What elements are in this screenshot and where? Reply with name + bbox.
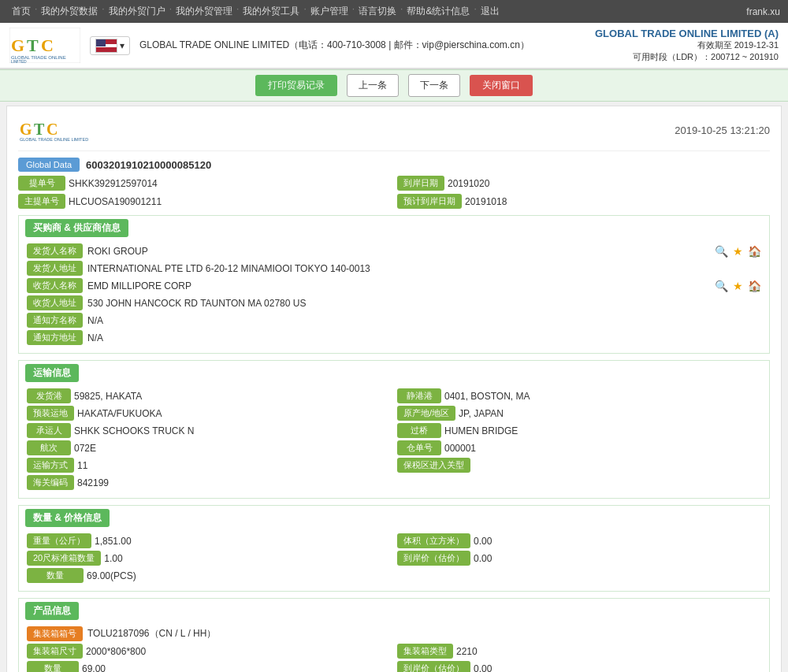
biaozhun-label: 20尺标准箱数量 <box>27 551 101 566</box>
nav-mydata[interactable]: 我的外贸数据 <box>37 3 102 20</box>
fasong-name-row: 发货人名称 ROKI GROUP 🔍 ★ 🏠 <box>27 243 761 258</box>
jizhuanghao-value: TOLU2187096（CN / L / HH） <box>87 627 216 640</box>
buyer-supplier-content: 发货人名称 ROKI GROUP 🔍 ★ 🏠 发货人地址 INTERNATION… <box>19 240 769 353</box>
tongzhi-addr-value: N/A <box>87 332 103 343</box>
fasong-addr-label: 发货人地址 <box>27 261 83 276</box>
tiji-value: 0.00 <box>474 536 492 547</box>
qp-row1: 重量（公斤） 1,851.00 体积（立方米） 0.00 <box>27 533 761 548</box>
nav-links: 首页 · 我的外贸数据 · 我的外贸门户 · 我的外贸管理 · 我的外贸工具 ·… <box>8 3 504 20</box>
cangku-value: 000001 <box>444 443 476 454</box>
shouhuo-addr-value: 530 JOHN HANCOCK RD TAUNTON MA 02780 US <box>87 298 306 309</box>
quantity-price-content: 重量（公斤） 1,851.00 体积（立方米） 0.00 20尺标准箱数量 1.… <box>19 530 769 591</box>
daojia-qp-label: 到岸价（估价） <box>397 551 470 566</box>
tidan-row: 提单号 SHKK392912597014 到岸日期 20191020 <box>18 176 770 191</box>
zhongliang-value: 1,851.00 <box>95 536 132 547</box>
transport-row3: 承运人 SHKK SCHOOKS TRUCK N 过桥 HUMEN BRIDGE <box>27 423 761 438</box>
header-right: GLOBAL TRADE ONLINE LIMITED (A) 有效期至 201… <box>595 28 779 63</box>
transport-row1: 发货港 59825, HAKATA 静港港 0401, BOSTON, MA <box>27 388 761 403</box>
star-icon-fasong[interactable]: ★ <box>733 245 743 258</box>
jizhuangchicun-value: 2000*806*800 <box>86 646 146 657</box>
yuji-value: 20191018 <box>465 196 507 207</box>
nav-help[interactable]: 帮助&统计信息 <box>403 3 474 20</box>
cangku-label: 仓单号 <box>397 440 441 455</box>
fasong-addr-row: 发货人地址 INTERNATIONAL PTE LTD 6-20-12 MINA… <box>27 261 761 276</box>
chengyun-value: SHKK SCHOOKS TRUCK N <box>74 425 194 436</box>
shouhuo-name-row: 收货人名称 EMD MILLIPORE CORP 🔍 ★ 🏠 <box>27 278 761 293</box>
home-icon-fasong[interactable]: 🏠 <box>748 245 761 258</box>
company-name-header: GLOBAL TRADE ONLINE LIMITED (A) <box>595 28 779 39</box>
prev-button[interactable]: 上一条 <box>347 74 399 97</box>
transport-title: 运输信息 <box>25 364 79 382</box>
yunshufangshi-label: 运输方式 <box>27 458 74 473</box>
jizhuangleixing-label: 集装箱类型 <box>397 644 453 659</box>
shouhuo-addr-row: 收货人地址 530 JOHN HANCOCK RD TAUNTON MA 027… <box>27 295 761 310</box>
daoan-value: 20191020 <box>448 178 489 189</box>
jizhuanghao-label: 集装箱箱号 <box>27 626 83 641</box>
jizhuangleixing-value: 2210 <box>456 646 478 657</box>
buyer-supplier-title: 买购商 & 供应商信息 <box>25 219 128 237</box>
global-data-row: Global Data 6003201910210000085120 <box>18 158 770 172</box>
transport-content: 发货港 59825, HAKATA 静港港 0401, BOSTON, MA 预… <box>19 385 769 498</box>
nav-logout[interactable]: 退出 <box>477 3 504 20</box>
yuji-cell: 预计到岸日期 20191018 <box>397 194 770 209</box>
flag-selector[interactable]: ▾ <box>90 36 130 55</box>
transport-row2: 预装运地 HAKATA/FUKUOKA 原产地/地区 JP, JAPAN <box>27 406 761 421</box>
product-section: 产品信息 集装箱箱号 TOLU2187096（CN / L / HH） 集装箱尺… <box>18 598 770 672</box>
daojia-qp-value: 0.00 <box>474 553 492 564</box>
print-button[interactable]: 打印贸易记录 <box>255 75 337 96</box>
search-icon-fasong[interactable]: 🔍 <box>715 245 728 258</box>
product-title: 产品信息 <box>25 602 79 620</box>
haiguan-value: 842199 <box>77 477 109 488</box>
close-button-top[interactable]: 关闭窗口 <box>470 75 533 96</box>
fasong-name-label: 发货人名称 <box>27 243 83 258</box>
shouhuo-name-value: EMD MILLIPORE CORP <box>87 280 710 291</box>
nav-portal[interactable]: 我的外贸门户 <box>105 3 169 20</box>
daoan-cell: 到岸日期 20191020 <box>397 176 770 191</box>
ldr: 可用时段（LDR）：200712 ~ 201910 <box>595 51 779 63</box>
transport-section: 运输信息 发货港 59825, HAKATA 静港港 0401, BOSTON,… <box>18 360 770 499</box>
yuzhuang-label: 预装运地 <box>27 406 74 421</box>
tongzhi-addr-row: 通知方地址 N/A <box>27 330 761 345</box>
username: frank.xu <box>746 6 780 17</box>
yuji-label: 预计到岸日期 <box>397 194 462 209</box>
guoqiao-value: HUMEN BRIDGE <box>444 425 518 436</box>
header: G T C GLOBAL TRADE ONLINE LIMITED ▾ GLOB… <box>0 23 788 69</box>
next-button[interactable]: 下一条 <box>408 74 460 97</box>
validity: 有效期至 2019-12-31 <box>595 39 779 51</box>
daoan-label: 到岸日期 <box>397 176 444 191</box>
tidan-value: SHKK392912597014 <box>69 178 158 189</box>
chengyun-label: 承运人 <box>27 423 71 438</box>
nav-manage[interactable]: 我的外贸管理 <box>172 3 236 20</box>
search-icon-shouhuo[interactable]: 🔍 <box>715 280 728 292</box>
tongzhi-name-row: 通知方名称 N/A <box>27 313 761 328</box>
product-shuliang-label: 数量 <box>27 661 79 672</box>
main-content: G T C GLOBAL TRADE ONLINE LIMITED 2019-1… <box>6 106 782 672</box>
nav-tools[interactable]: 我的外贸工具 <box>239 3 303 20</box>
star-icon-shouhuo[interactable]: ★ <box>733 280 743 292</box>
transport-row6: 海关编码 842199 <box>27 475 761 490</box>
svg-text:T: T <box>27 35 39 55</box>
jizhuanghao-row: 集装箱箱号 TOLU2187096（CN / L / HH） <box>27 626 761 641</box>
nav-home[interactable]: 首页 <box>8 3 35 20</box>
hangci-label: 航次 <box>27 440 71 455</box>
home-icon-shouhuo[interactable]: 🏠 <box>748 280 761 292</box>
zhutidan-value: HLCUOSA190901211 <box>69 196 162 207</box>
shouhuo-addr-label: 收货人地址 <box>27 295 83 310</box>
zhutidan-cell: 主提单号 HLCUOSA190901211 <box>18 194 391 209</box>
tiji-label: 体积（立方米） <box>397 533 470 548</box>
svg-text:C: C <box>46 121 58 138</box>
product-row3: 数量 69.00 到岸价（估价） 0.00 <box>27 661 761 672</box>
jizhuangchicun-label: 集装箱尺寸 <box>27 644 83 659</box>
jingjin-value: 0401, BOSTON, MA <box>444 391 530 402</box>
nav-account[interactable]: 账户管理 <box>307 3 352 20</box>
fasong-addr-value: INTERNATIONAL PTE LTD 6-20-12 MINAMIOOI … <box>87 263 370 274</box>
svg-text:G: G <box>20 121 32 138</box>
baoshuiqu-label: 保税区进入关型 <box>397 458 470 473</box>
fasong-name-value: ROKI GROUP <box>87 246 710 257</box>
jingjin-label: 静港港 <box>397 388 441 403</box>
nav-lang[interactable]: 语言切换 <box>355 3 400 20</box>
tidan-label: 提单号 <box>18 176 65 191</box>
biaozhun-value: 1.00 <box>104 553 122 564</box>
page-title-bar: 打印贸易记录 上一条 下一条 关闭窗口 <box>0 69 788 102</box>
zhutidan-row: 主提单号 HLCUOSA190901211 预计到岸日期 20191018 <box>18 194 770 209</box>
